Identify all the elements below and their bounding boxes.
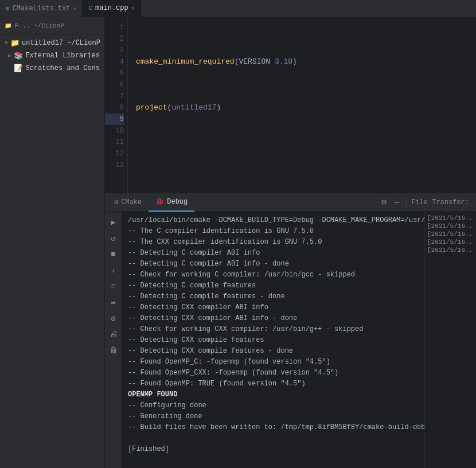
ft-entry-4: [2021/5/16... — [427, 246, 474, 254]
cmake-tab-icon: ⚙ — [6, 5, 10, 12]
project-icon: 📁 — [5, 22, 11, 29]
console-line-20 — [128, 433, 419, 444]
console-line-16: OPENMP FOUND — [128, 389, 419, 400]
folder-icon: 📁 — [10, 38, 19, 48]
panel-content: ▶ ↺ ■ ↓ ≡ ⇌ ⚙ 🖨 🗑 /usr/local/bin/cmake -… — [105, 212, 476, 468]
debug-panel-icon: 🐞 — [155, 197, 164, 206]
ft-entry-2: [2021/5/16... — [427, 230, 474, 238]
code-content[interactable]: cmake_minimum_required(VERSION 3.10) pro… — [128, 17, 476, 193]
code-line-1: cmake_minimum_required(VERSION 3.10) — [136, 56, 476, 68]
panel-tab-bar: ⚙ CMake 🐞 Debug ⚙ — File Transfer: — [105, 193, 476, 212]
tab-main-cpp[interactable]: C main.cpp ✕ — [83, 0, 141, 17]
ft-entry-0: [2021/5/16... — [427, 214, 474, 222]
cpp-tab-icon: C — [88, 5, 92, 11]
cpp-tab-label: main.cpp — [95, 4, 128, 12]
run-icon[interactable]: ▶ — [107, 215, 120, 229]
tree-label-scratches: Scratches and Cons — [25, 64, 100, 72]
trash-icon[interactable]: 🗑 — [107, 344, 120, 357]
console-line-5: -- Check for working C compiler: /usr/bi… — [128, 270, 419, 280]
scratch-icon: 📝 — [14, 64, 23, 73]
tree-item-scratches[interactable]: 📝 Scratches and Cons — [0, 62, 104, 75]
cmake-tab-label: CMakeLists.txt — [13, 5, 71, 13]
debug-panel-label: Debug — [167, 198, 188, 206]
ft-entry-3: [2021/5/16... — [427, 238, 474, 246]
console-output[interactable]: /usr/local/bin/cmake -DCMAKE_BUILD_TYPE=… — [122, 212, 424, 468]
file-transfer-header: File Transfer: — [406, 198, 474, 206]
cmake-panel-icon: ⚙ — [114, 198, 118, 206]
tree-item-external-libs[interactable]: ▶ 📚 External Libraries — [0, 49, 104, 62]
console-line-13: -- Found OpenMP_C: -fopenmp (found versi… — [128, 357, 419, 368]
stop-icon[interactable]: ■ — [107, 247, 120, 261]
filter-icon[interactable]: ≡ — [107, 279, 120, 293]
console-line-15: -- Found OpenMP: TRUE (found version "4.… — [128, 379, 419, 389]
scroll-down-icon[interactable]: ↓ — [107, 263, 120, 277]
tree-label-untitled17: untitled17 ~/CLionP — [22, 39, 100, 47]
console-line-18: -- Generating done — [128, 411, 419, 422]
tree-label-ext-libs: External Libraries — [25, 52, 100, 60]
panel-tab-cmake[interactable]: ⚙ CMake — [107, 193, 149, 212]
console-line-17: -- Configuring done — [128, 400, 419, 411]
line-numbers: 12345 6789 10111213 — [105, 17, 128, 193]
cpp-tab-close[interactable]: ✕ — [131, 5, 135, 11]
console-line-19: -- Build files have been written to: /tm… — [128, 422, 419, 433]
tree-arrow-untitled17: ▼ — [5, 40, 8, 46]
sidebar-header: 📁 P... ~/CLionP — [0, 17, 104, 34]
lib-icon: 📚 — [14, 51, 23, 60]
console-line-6: -- Detecting C compile features — [128, 280, 419, 291]
sidebar-header-label: P... ~/CLionP — [15, 22, 64, 29]
tab-cmake[interactable]: ⚙ CMakeLists.txt ✕ — [0, 0, 83, 17]
ft-entry-1: [2021/5/16... — [427, 222, 474, 230]
console-line-11: -- Detecting CXX compile features — [128, 335, 419, 346]
cmake-panel-label: CMake — [121, 198, 142, 206]
minimize-button[interactable]: — — [392, 197, 401, 208]
console-line-1: -- The C compiler identification is GNU … — [128, 226, 419, 237]
console-line-21: [Finished] — [128, 444, 419, 455]
console-line-2: -- The CXX compiler identification is GN… — [128, 237, 419, 248]
wrap-icon[interactable]: ⇌ — [107, 295, 120, 309]
rerun-icon[interactable]: ↺ — [107, 231, 120, 245]
console-line-8: -- Detecting CXX compiler ABI info — [128, 302, 419, 313]
console-line-12: -- Detecting CXX compile features - done — [128, 346, 419, 357]
panel-left-icons: ▶ ↺ ■ ↓ ≡ ⇌ ⚙ 🖨 🗑 — [105, 212, 122, 468]
tree-item-untitled17[interactable]: ▼ 📁 untitled17 ~/CLionP — [0, 37, 104, 49]
console-line-3: -- Detecting C compiler ABI info — [128, 248, 419, 259]
tab-bar: ⚙ CMakeLists.txt ✕ C main.cpp ✕ — [0, 0, 476, 17]
project-sidebar: 📁 P... ~/CLionP ▼ 📁 untitled17 ~/CLionP … — [0, 17, 105, 468]
console-line-4: -- Detecting C compiler ABI info - done — [128, 259, 419, 270]
panel-controls: ⚙ — — [379, 196, 406, 208]
bottom-panel: ⚙ CMake 🐞 Debug ⚙ — File Transfer: ▶ — [105, 193, 476, 468]
code-editor[interactable]: 12345 6789 10111213 cmake_minimum_requir… — [105, 17, 476, 193]
tree-arrow-ext-libs: ▶ — [8, 52, 11, 59]
console-line-14: -- Found OpenMP_CXX: -fopenmp (found ver… — [128, 368, 419, 379]
main-area: 📁 P... ~/CLionP ▼ 📁 untitled17 ~/CLionP … — [0, 17, 476, 468]
settings2-icon[interactable]: ⚙ — [107, 311, 120, 325]
project-tree: ▼ 📁 untitled17 ~/CLionP ▶ 📚 External Lib… — [0, 34, 104, 468]
code-line-2: project(untitled17) — [136, 102, 476, 114]
print-icon[interactable]: 🖨 — [107, 327, 120, 341]
settings-button[interactable]: ⚙ — [379, 196, 388, 208]
panel-tab-debug[interactable]: 🐞 Debug — [149, 193, 194, 212]
console-line-7: -- Detecting C compile features - done — [128, 291, 419, 302]
console-line-10: -- Check for working CXX compiler: /usr/… — [128, 324, 419, 335]
console-line-9: -- Detecting CXX compiler ABI info - don… — [128, 313, 419, 324]
file-transfer-panel: [2021/5/16... [2021/5/16... [2021/5/16..… — [424, 212, 476, 468]
editor-area: 12345 6789 10111213 cmake_minimum_requir… — [105, 17, 476, 468]
console-line-0: /usr/local/bin/cmake -DCMAKE_BUILD_TYPE=… — [128, 215, 419, 226]
cmake-tab-close[interactable]: ✕ — [73, 5, 76, 12]
code-line-3 — [136, 148, 476, 159]
